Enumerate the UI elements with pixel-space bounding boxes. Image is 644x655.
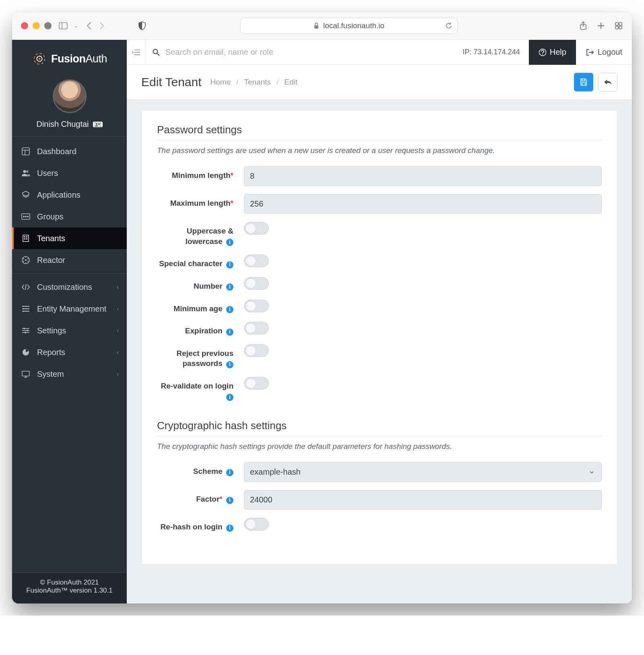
sidebar-item-applications[interactable]: Applications bbox=[12, 184, 127, 206]
crumb-tenants[interactable]: Tenants bbox=[244, 78, 271, 87]
info-icon[interactable]: i bbox=[226, 497, 233, 504]
sidebar-footer: © FusionAuth 2021 FusionAuth™ version 1.… bbox=[12, 572, 127, 603]
info-icon[interactable]: i bbox=[226, 469, 233, 476]
sidebar-item-system[interactable]: System ‹ bbox=[12, 363, 127, 385]
maximize-window-dot[interactable] bbox=[44, 22, 52, 29]
info-icon[interactable]: i bbox=[226, 261, 233, 269]
nav: Dashboard Users Applications Groups Tena… bbox=[12, 136, 127, 385]
sidebar-item-entity-management[interactable]: Entity Management ‹ bbox=[12, 298, 127, 320]
sliders-icon bbox=[21, 326, 31, 335]
id-card-icon[interactable] bbox=[93, 122, 103, 127]
sidebar-item-reactor[interactable]: Reactor bbox=[12, 249, 127, 271]
browser-chrome: ⌄ local.fusionauth.io bbox=[12, 12, 632, 40]
sidebar-item-dashboard[interactable]: Dashboard bbox=[12, 141, 127, 162]
save-icon bbox=[580, 78, 588, 86]
chevron-down-icon[interactable]: ⌄ bbox=[72, 21, 80, 30]
svg-rect-16 bbox=[98, 123, 100, 124]
collapse-sidebar-button[interactable] bbox=[127, 40, 145, 65]
scheme-select[interactable]: example-hash bbox=[244, 462, 602, 482]
uppercase-toggle[interactable] bbox=[244, 222, 269, 235]
svg-rect-28 bbox=[23, 235, 29, 242]
min-age-label: Minimum age bbox=[173, 304, 222, 313]
svg-point-39 bbox=[23, 306, 24, 307]
svg-point-45 bbox=[23, 328, 25, 329]
search-input[interactable] bbox=[165, 48, 326, 57]
svg-rect-19 bbox=[22, 148, 29, 155]
min-length-input[interactable] bbox=[244, 166, 602, 186]
info-icon[interactable]: i bbox=[226, 283, 233, 291]
max-length-input[interactable] bbox=[244, 194, 602, 214]
share-icon[interactable] bbox=[579, 21, 588, 30]
min-age-toggle[interactable] bbox=[244, 300, 269, 312]
chevron-left-icon: ‹ bbox=[117, 327, 119, 334]
tabs-grid-icon[interactable] bbox=[614, 21, 623, 30]
password-section-hint: The password settings are used when a ne… bbox=[157, 146, 602, 155]
sidebar-item-tenants[interactable]: Tenants bbox=[12, 227, 127, 249]
shield-icon[interactable] bbox=[138, 21, 147, 30]
logout-label: Logout bbox=[598, 48, 622, 57]
sidebar-toggle-icon[interactable] bbox=[59, 21, 68, 30]
minimize-window-dot[interactable] bbox=[33, 22, 40, 29]
logout-button[interactable]: Logout bbox=[576, 40, 632, 65]
plus-icon[interactable] bbox=[597, 21, 605, 30]
chevron-left-icon: ‹ bbox=[117, 371, 119, 377]
save-button[interactable] bbox=[574, 73, 593, 91]
expiration-toggle[interactable] bbox=[244, 322, 269, 335]
sidebar-item-reports[interactable]: Reports ‹ bbox=[12, 341, 127, 363]
help-button[interactable]: Help bbox=[529, 40, 576, 65]
revalidate-toggle[interactable] bbox=[244, 377, 269, 390]
groups-icon bbox=[21, 212, 31, 221]
sidebar-item-settings[interactable]: Settings ‹ bbox=[12, 320, 127, 341]
url-field[interactable]: local.fusionauth.io bbox=[240, 18, 458, 34]
help-label: Help bbox=[550, 48, 566, 57]
svg-rect-29 bbox=[24, 236, 25, 238]
refresh-icon[interactable] bbox=[445, 22, 452, 29]
entity-icon bbox=[21, 304, 31, 314]
crumb-home[interactable]: Home bbox=[211, 78, 231, 87]
ip-label: IP: 73.14.174.244 bbox=[454, 48, 529, 56]
close-window-dot[interactable] bbox=[21, 22, 28, 29]
svg-point-34 bbox=[25, 259, 27, 261]
avatar[interactable] bbox=[53, 79, 87, 113]
svg-rect-2 bbox=[314, 25, 318, 29]
info-icon[interactable]: i bbox=[226, 239, 233, 246]
svg-point-55 bbox=[153, 49, 158, 54]
monitor-icon bbox=[21, 369, 31, 379]
sidebar-item-groups[interactable]: Groups bbox=[12, 206, 127, 227]
svg-rect-32 bbox=[26, 238, 27, 240]
special-toggle[interactable] bbox=[244, 254, 269, 267]
nav-forward-icon[interactable] bbox=[97, 21, 106, 30]
info-icon[interactable]: i bbox=[226, 306, 233, 313]
factor-label: Factor bbox=[196, 495, 219, 503]
sidebar-item-label: Applications bbox=[37, 190, 80, 200]
version: FusionAuth™ version 1.30.1 bbox=[12, 587, 127, 595]
logo-icon bbox=[32, 51, 47, 66]
info-icon[interactable]: i bbox=[226, 329, 233, 336]
info-icon[interactable]: i bbox=[226, 361, 233, 368]
back-button[interactable] bbox=[598, 73, 617, 91]
info-icon[interactable]: i bbox=[226, 394, 233, 401]
info-icon[interactable]: i bbox=[226, 525, 233, 532]
expiration-label: Expiration bbox=[185, 326, 223, 335]
help-icon bbox=[539, 48, 547, 56]
sidebar-item-users[interactable]: Users bbox=[12, 162, 127, 184]
nav-back-icon[interactable] bbox=[85, 21, 93, 30]
rehash-toggle[interactable] bbox=[244, 518, 269, 531]
username: Dinish Chugtai bbox=[36, 120, 89, 129]
page-title: Edit Tenant bbox=[141, 75, 202, 89]
sidebar-item-label: Users bbox=[37, 169, 58, 178]
reject-prev-toggle[interactable] bbox=[244, 344, 269, 357]
hash-section-hint: The cryptographic hash settings provide … bbox=[157, 442, 602, 451]
page-header: Edit Tenant Home / Tenants / Edit bbox=[127, 65, 632, 100]
sidebar-item-customizations[interactable]: Customizations ‹ bbox=[12, 276, 127, 298]
sidebar-item-label: Entity Management bbox=[37, 304, 106, 314]
sidebar-item-label: Reports bbox=[37, 348, 65, 357]
svg-line-35 bbox=[25, 284, 26, 290]
factor-input[interactable] bbox=[244, 490, 602, 510]
number-toggle[interactable] bbox=[244, 277, 269, 290]
sidebar-item-label: Groups bbox=[37, 212, 64, 221]
svg-rect-10 bbox=[619, 26, 622, 29]
svg-point-22 bbox=[23, 170, 26, 173]
svg-rect-17 bbox=[98, 124, 100, 125]
svg-point-41 bbox=[23, 311, 24, 312]
